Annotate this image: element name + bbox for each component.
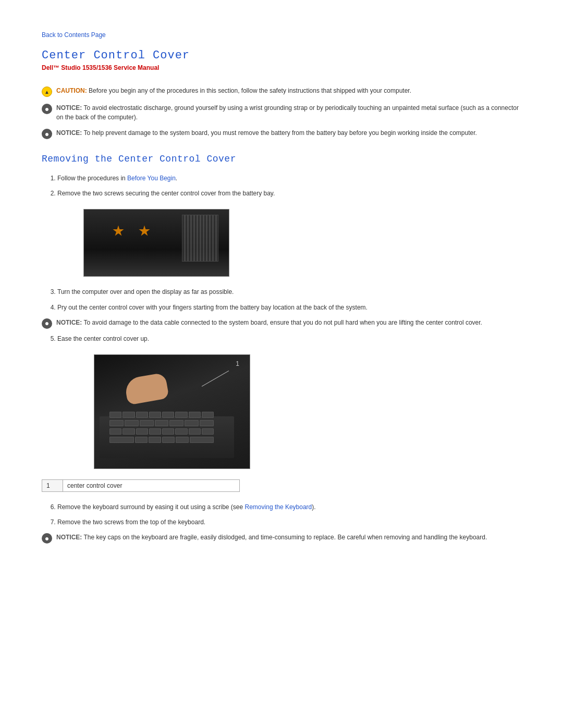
screw-mark-right — [139, 225, 150, 237]
caption-row: 1 center control cover — [42, 479, 240, 491]
step-1: Follow the procedures in Before You Begi… — [57, 174, 521, 183]
step-6: Remove the keyboard surround by easing i… — [57, 502, 521, 512]
notice-2: ● NOTICE: To help prevent damage to the … — [42, 128, 521, 139]
screw-mark-left — [113, 225, 124, 237]
step-3: Turn the computer over and open the disp… — [57, 287, 521, 297]
notice-1-text: NOTICE: To avoid electrostatic discharge… — [56, 103, 521, 122]
callout-number: 1 — [236, 360, 239, 367]
removing-keyboard-link[interactable]: Removing the Keyboard — [245, 503, 312, 511]
step-4: Pry out the center control cover with yo… — [57, 303, 521, 313]
back-to-contents-link[interactable]: Back to Contents Page — [42, 31, 521, 39]
steps-list-2: Turn the computer over and open the disp… — [57, 287, 521, 312]
steps-list-4: Remove the keyboard surround by easing i… — [57, 502, 521, 527]
steps-list-3: Ease the center control cover up. — [57, 334, 521, 344]
callout-line — [202, 371, 229, 387]
caution-icon: ▲ — [42, 87, 52, 97]
caption-text: center control cover — [63, 479, 240, 491]
caution-notice: ▲ CAUTION: Before you begin any of the p… — [42, 86, 521, 97]
battery-grid — [182, 215, 218, 262]
key-rows — [107, 410, 216, 445]
notice-icon-4: ● — [42, 533, 52, 544]
notice-after-step7-text: NOTICE: The key caps on the keyboard are… — [56, 533, 487, 542]
notice-icon-1: ● — [42, 104, 52, 114]
hand-shape — [124, 372, 169, 405]
caption-number: 1 — [42, 479, 63, 491]
keyboard-ease-image: 1 — [94, 354, 250, 469]
notice-after-step7: ● NOTICE: The key caps on the keyboard a… — [42, 533, 521, 544]
notice-1: ● NOTICE: To avoid electrostatic dischar… — [42, 103, 521, 122]
caption-table: 1 center control cover — [42, 479, 240, 492]
notice-icon-2: ● — [42, 129, 52, 139]
step-5: Ease the center control cover up. — [57, 334, 521, 344]
battery-screws-image — [83, 209, 229, 277]
page-title: Center Control Cover — [42, 49, 521, 62]
step-7: Remove the two screws from the top of th… — [57, 517, 521, 527]
caution-text: CAUTION: Before you begin any of the pro… — [56, 86, 411, 95]
notice-after-step4-text: NOTICE: To avoid damage to the data cabl… — [56, 318, 482, 327]
before-you-begin-link[interactable]: Before You Begin — [127, 175, 176, 182]
notice-after-step4: ● NOTICE: To avoid damage to the data ca… — [42, 318, 521, 329]
section-heading: Removing the Center Control Cover — [42, 154, 521, 164]
keyboard-surface — [100, 416, 234, 458]
step-2: Remove the two screws securing the cente… — [57, 189, 521, 199]
notice-2-text: NOTICE: To help prevent damage to the sy… — [56, 128, 477, 138]
page-subtitle: Dell™ Studio 1535/1536 Service Manual — [42, 64, 521, 71]
notice-icon-3: ● — [42, 318, 52, 329]
steps-list: Follow the procedures in Before You Begi… — [57, 174, 521, 199]
